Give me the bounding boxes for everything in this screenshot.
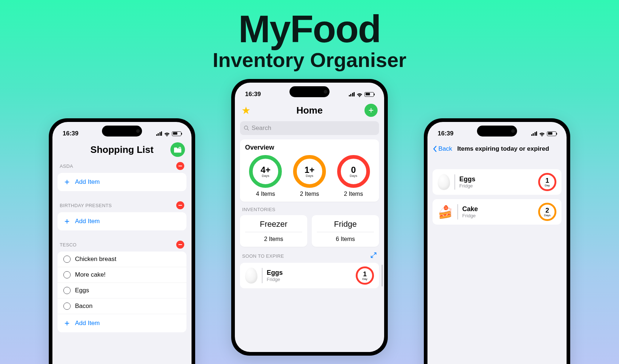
inventory-card-fridge[interactable]: Fridge 6 Items — [312, 215, 379, 247]
ring-orange: 1+ Days — [293, 155, 326, 188]
search-input[interactable]: Search — [240, 121, 379, 135]
plus-icon: + — [63, 216, 71, 226]
expiry-ring: 1 Day — [538, 173, 556, 191]
search-placeholder: Search — [252, 124, 271, 132]
add-item-button[interactable]: + Add Item — [58, 173, 186, 191]
phone-home: 16:39 ★ Home Search Overview — [231, 79, 388, 356]
add-button[interactable] — [364, 104, 378, 117]
cellular-icon — [531, 131, 537, 136]
add-item-button[interactable]: + Add Item — [58, 212, 186, 230]
plus-icon: + — [63, 177, 71, 187]
wifi-icon — [356, 92, 363, 97]
overview-stat[interactable]: 4+ Days 4 Items — [245, 155, 286, 197]
inventories-label: INVENTORIES — [242, 207, 377, 212]
battery-icon — [364, 92, 374, 97]
list-item[interactable]: Chicken breast — [58, 252, 186, 267]
app-subtitle: Inventory Organiser — [0, 48, 619, 72]
overview-title: Overview — [245, 144, 374, 151]
ring-red: 0 Days — [337, 155, 370, 188]
soon-to-expire-label: SOON TO EXPIRE — [242, 253, 284, 259]
group-label: ASDA — [60, 163, 73, 169]
list-item[interactable]: Eggs — [58, 283, 186, 298]
remove-group-button[interactable] — [176, 162, 184, 170]
list-item[interactable]: More cake! — [58, 267, 186, 283]
egg-icon — [438, 174, 450, 190]
remove-group-button[interactable] — [176, 201, 184, 209]
chevron-left-icon — [433, 146, 437, 152]
status-time: 16:39 — [438, 130, 453, 137]
inventory-card-freezer[interactable]: Freezer 2 Items — [240, 215, 307, 247]
phone-shopping-list: 16:39 Shopping List ASDA + — [49, 118, 195, 364]
overview-card: Overview 4+ Days 4 Items 1+ Days — [240, 139, 379, 202]
expiring-item[interactable]: 🍰 Cake Fridge 2 Days — [433, 199, 561, 225]
new-folder-button[interactable] — [170, 142, 185, 157]
plus-icon: + — [63, 318, 71, 328]
group-label: TESCO — [60, 242, 76, 248]
expiry-ring: 1 Day — [356, 266, 374, 285]
group-label: BIRTHDAY PRESENTS — [60, 203, 112, 208]
app-title: MyFood — [0, 7, 619, 51]
scroll-indicator[interactable] — [382, 265, 383, 286]
dynamic-island — [289, 86, 330, 97]
add-item-button[interactable]: + Add Item — [58, 314, 186, 332]
status-time: 16:39 — [63, 130, 78, 137]
star-icon[interactable]: ★ — [241, 104, 251, 116]
page-title: Home — [296, 105, 323, 116]
cake-icon: 🍰 — [438, 206, 453, 218]
expand-button[interactable] — [370, 252, 377, 260]
dynamic-island — [102, 126, 142, 136]
checkbox-icon[interactable] — [63, 256, 71, 263]
expiry-ring: 2 Days — [538, 203, 556, 221]
cellular-icon — [156, 131, 162, 136]
list-item[interactable]: Bacon — [58, 298, 186, 314]
overview-stat[interactable]: 1+ Days 2 Items — [289, 155, 330, 197]
wifi-icon — [539, 131, 545, 136]
phone-expiring: 16:39 Back Items expiring today or expir… — [424, 118, 570, 364]
dynamic-island — [477, 126, 517, 136]
egg-icon — [245, 268, 257, 284]
promo-header: MyFood Inventory Organiser — [0, 0, 619, 72]
search-icon — [244, 125, 249, 131]
battery-icon — [172, 131, 181, 136]
remove-group-button[interactable] — [176, 241, 184, 249]
wifi-icon — [164, 131, 170, 136]
page-title: Shopping List — [90, 144, 153, 155]
checkbox-icon[interactable] — [63, 271, 71, 278]
expiring-item[interactable]: Eggs Fridge 1 Day — [240, 263, 379, 288]
cellular-icon — [349, 92, 355, 96]
ring-green: 4+ Days — [249, 155, 282, 188]
overview-stat[interactable]: 0 Days 2 Items — [333, 155, 374, 197]
back-button[interactable]: Back — [433, 145, 452, 153]
expiring-item[interactable]: Eggs Fridge 1 Day — [433, 169, 561, 195]
status-time: 16:39 — [245, 91, 261, 98]
page-title: Items expiring today or expired — [457, 145, 549, 153]
checkbox-icon[interactable] — [63, 302, 71, 310]
battery-icon — [547, 131, 556, 136]
checkbox-icon[interactable] — [63, 287, 71, 294]
